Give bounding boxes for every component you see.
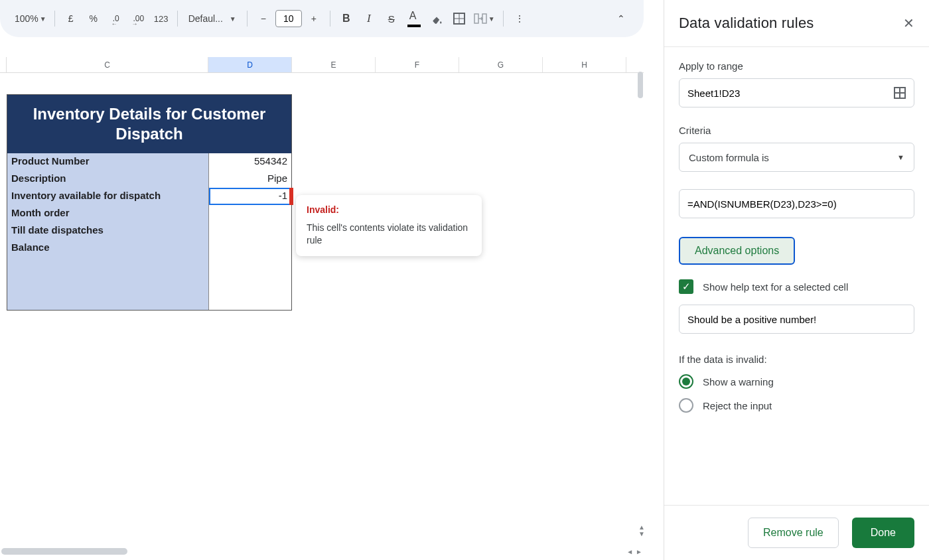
col-header-h[interactable]: H (543, 57, 626, 72)
number-format-button[interactable]: 123 (151, 8, 172, 29)
fill-color-button[interactable] (426, 8, 447, 29)
col-header-f[interactable]: F (376, 57, 459, 72)
table-row[interactable]: Inventory available for dispatch -1 (7, 188, 291, 205)
radio-reject-label: Reject the input (703, 400, 772, 411)
borders-icon (453, 13, 465, 25)
criteria-value: Custom formula is (689, 152, 769, 163)
row-label: Till date dispatches (7, 222, 209, 240)
row-label: Product Number (7, 153, 209, 171)
text-color-swatch (407, 25, 421, 27)
col-header-d[interactable]: D (208, 57, 292, 72)
chevron-down-icon: ▼ (897, 153, 904, 161)
font-size-input[interactable] (275, 10, 302, 27)
bold-button[interactable]: B (336, 8, 357, 29)
help-text-value[interactable] (687, 314, 906, 325)
grid-range-icon[interactable] (894, 87, 906, 99)
help-text-input[interactable] (679, 305, 914, 334)
increase-font-size-button[interactable]: + (303, 8, 324, 29)
merge-cells-button[interactable]: ▼ (471, 8, 498, 29)
increase-decimals-button[interactable]: .00→ (128, 8, 149, 29)
row-value[interactable] (209, 240, 291, 257)
currency-button[interactable]: £ (60, 8, 82, 29)
done-label: Done (871, 527, 896, 539)
row-value-empty[interactable] (209, 257, 291, 310)
radio-selected-icon[interactable] (679, 374, 693, 389)
formula-input[interactable] (679, 189, 914, 218)
panel-body: Apply to range Criteria Custom formula i… (664, 47, 929, 505)
col-header-c[interactable]: C (7, 57, 208, 72)
remove-rule-label: Remove rule (763, 527, 823, 539)
done-button[interactable]: Done (852, 518, 914, 548)
scrollbar-thumb[interactable] (1, 548, 127, 555)
toolbar-separator (54, 11, 55, 27)
close-icon[interactable]: ✕ (903, 15, 914, 31)
borders-button[interactable] (449, 8, 470, 29)
percent-button[interactable]: % (83, 8, 104, 29)
horizontal-scrollbar[interactable]: ◄ ► (0, 547, 644, 556)
apply-range-value[interactable] (687, 88, 894, 99)
decrease-decimals-button[interactable]: .0← (106, 8, 127, 29)
table-row[interactable]: Till date dispatches (7, 222, 291, 240)
radio-reject-input[interactable]: Reject the input (679, 398, 914, 413)
table-row[interactable]: Month order (7, 205, 291, 222)
spreadsheet-grid[interactable]: C D E F G H Inventory Details for Custom… (0, 57, 644, 547)
radio-show-warning[interactable]: Show a warning (679, 374, 914, 389)
scroll-left-icon[interactable]: ◄ (625, 548, 634, 555)
text-color-button[interactable]: A (403, 8, 425, 29)
toolbar-separator (247, 11, 248, 27)
row-value[interactable]: Pipe (209, 171, 291, 188)
show-help-label: Show help text for a selected cell (703, 281, 848, 293)
collapse-toolbar-button[interactable]: ⌃ (610, 8, 632, 29)
validation-tooltip: Invalid: This cell's contents violate it… (296, 195, 482, 256)
panel-header: Data validation rules ✕ (664, 0, 929, 47)
toolbar-separator (503, 11, 504, 27)
row-label: Inventory available for dispatch (7, 188, 209, 205)
table-row[interactable]: Description Pipe (7, 171, 291, 188)
zoom-dropdown[interactable]: 100% ▼ (12, 8, 49, 29)
row-value-selected[interactable]: -1 (209, 188, 291, 205)
tooltip-title: Invalid: (307, 204, 471, 215)
row-value[interactable]: 554342 (209, 153, 291, 171)
apply-range-label: Apply to range (679, 60, 914, 72)
zoom-value: 100% (15, 13, 38, 24)
italic-button[interactable]: I (358, 8, 380, 29)
remove-rule-button[interactable]: Remove rule (748, 518, 839, 548)
row-value[interactable] (209, 205, 291, 222)
apply-range-input[interactable] (679, 78, 914, 107)
vertical-scrollbar[interactable] (638, 72, 643, 98)
invalid-data-label: If the data is invalid: (679, 354, 914, 365)
table-row[interactable]: Balance (7, 240, 291, 257)
table-row[interactable]: Product Number 554342 (7, 153, 291, 171)
font-family-value: Defaul... (188, 13, 223, 24)
font-family-dropdown[interactable]: Defaul... ▼ (183, 8, 242, 29)
column-headers: C D E F G H (0, 57, 644, 73)
more-button[interactable]: ⋮ (509, 8, 530, 29)
criteria-label: Criteria (679, 125, 914, 136)
checkbox-checked-icon[interactable]: ✓ (679, 279, 693, 294)
criteria-dropdown[interactable]: Custom formula is ▼ (679, 143, 914, 172)
decrease-font-size-button[interactable]: − (253, 8, 274, 29)
row-value[interactable] (209, 222, 291, 240)
chevron-down-icon: ▼ (230, 15, 236, 23)
row-label-empty (7, 257, 209, 310)
vertical-scroll-arrows[interactable]: ▲▼ (638, 524, 646, 537)
row-gutter (0, 57, 7, 72)
formula-value[interactable] (687, 198, 906, 210)
advanced-options-button[interactable]: Advanced options (679, 237, 795, 265)
chevron-down-icon: ▼ (40, 15, 46, 23)
row-label: Month order (7, 205, 209, 222)
radio-unselected-icon[interactable] (679, 398, 693, 413)
chevron-up-icon: ⌃ (617, 13, 625, 24)
text-color-letter: A (409, 10, 417, 22)
toolbar: 100% ▼ £ % .0← .00→ 123 Defaul... ▼ − + … (0, 0, 644, 37)
show-help-checkbox-row[interactable]: ✓ Show help text for a selected cell (679, 279, 914, 294)
inventory-table: Inventory Details for Customer Dispatch … (7, 94, 292, 311)
col-header-e[interactable]: E (292, 57, 376, 72)
col-header-g[interactable]: G (459, 57, 543, 72)
merge-icon (474, 13, 487, 25)
strikethrough-button[interactable]: S (381, 8, 402, 29)
toolbar-separator (177, 11, 178, 27)
panel-title: Data validation rules (679, 15, 814, 32)
row-label: Balance (7, 240, 209, 257)
scroll-right-icon[interactable]: ► (634, 548, 644, 555)
